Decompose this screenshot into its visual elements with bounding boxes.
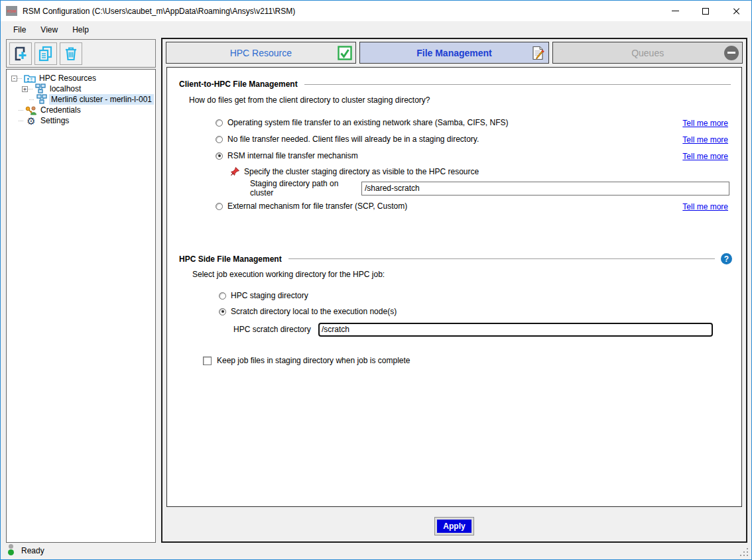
staging-directory-label: Staging directory path on cluster: [250, 179, 361, 197]
hpc-side-question: Select job execution working directory f…: [192, 270, 385, 279]
add-configuration-button[interactable]: [9, 42, 32, 65]
keep-files-checkbox[interactable]: [203, 357, 212, 365]
settings-gear-icon: ⚙: [25, 115, 37, 126]
credentials-key-user-icon: [25, 105, 37, 115]
tree-item-merlin6-cluster[interactable]: Merlin6 cluster - merlin-l-001: [22, 94, 155, 105]
scratch-directory-row: HPC scratch directory: [233, 322, 713, 337]
pushpin-icon: [230, 166, 240, 176]
menu-file[interactable]: File: [6, 23, 33, 37]
duplicate-icon: [37, 45, 54, 62]
tab-label: HPC Resource: [230, 48, 292, 58]
tell-me-more-link-1[interactable]: Tell me more: [682, 119, 728, 128]
green-check-icon: [338, 46, 352, 60]
tell-me-more-link-4[interactable]: Tell me more: [682, 202, 728, 211]
radio-label: Scratch directory local to the execution…: [231, 307, 397, 316]
radio-label: No file transfer needed. Client files wi…: [227, 135, 479, 144]
tab-queues: Queues: [552, 42, 743, 64]
section-hpc-side: HPC Side File Management ?: [179, 253, 732, 264]
section-heading: Client-to-HPC File Management: [179, 80, 298, 89]
title-bar: RSM RSM Configuration (C:\Users\caubet_m…: [1, 1, 751, 21]
window-controls: [660, 1, 751, 21]
pin-note-row: Specify the cluster staging directory as…: [230, 166, 479, 176]
minimize-button[interactable]: [660, 1, 690, 21]
maximize-icon: [702, 8, 709, 15]
tree-label-selected: Merlin6 cluster - merlin-l-001: [49, 94, 154, 105]
menu-help[interactable]: Help: [65, 23, 96, 37]
radio-button-selected[interactable]: [216, 152, 223, 160]
tab-label: File Management: [416, 48, 492, 58]
expand-expander[interactable]: +: [22, 86, 28, 92]
checkbox-label: Keep job files in staging directory when…: [217, 356, 410, 365]
staging-directory-input[interactable]: [361, 182, 729, 196]
tab-hpc-resource[interactable]: HPC Resource: [166, 42, 356, 64]
radio-label: Operating system file transfer to an exi…: [227, 118, 509, 127]
radio-label: External mechanism for file transfer (SC…: [227, 201, 407, 211]
section-rule: [288, 258, 715, 259]
radio-button[interactable]: [216, 119, 223, 127]
cluster-icon: [34, 84, 46, 94]
radio-button[interactable]: [216, 203, 223, 210]
scratch-directory-label: HPC scratch directory: [233, 325, 318, 334]
radio-label: HPC staging directory: [231, 291, 308, 300]
tell-me-more-link-2[interactable]: Tell me more: [682, 135, 728, 144]
status-indicator-green-dot: [8, 549, 14, 555]
radio-scratch-local: Scratch directory local to the execution…: [219, 307, 397, 316]
radio-button[interactable]: [216, 136, 223, 143]
configuration-panel: HPC Resource File Management: [161, 38, 747, 543]
tree-item-credentials[interactable]: Credentials: [11, 105, 155, 115]
tree-item-settings[interactable]: ⚙ Settings: [11, 115, 155, 126]
resize-grip-icon[interactable]: [747, 555, 749, 557]
section-client-to-hpc: Client-to-HPC File Management: [179, 80, 731, 89]
delete-configuration-button[interactable]: [60, 42, 82, 65]
configuration-tree: - HPC Resources +: [6, 69, 156, 543]
menu-view[interactable]: View: [33, 23, 65, 37]
status-text: Ready: [21, 546, 44, 555]
keep-files-row: Keep job files in staging directory when…: [203, 356, 410, 365]
apply-button[interactable]: Apply: [434, 517, 474, 535]
trash-icon: [62, 45, 80, 62]
file-management-form: Client-to-HPC File Management How do fil…: [166, 67, 742, 507]
tree-label: HPC Resources: [37, 73, 98, 84]
tab-bar: HPC Resource File Management: [166, 42, 743, 64]
status-indicator-gray-dot: [9, 544, 13, 549]
tab-label: Queues: [631, 48, 664, 58]
rsm-configuration-window: RSM RSM Configuration (C:\Users\caubet_m…: [0, 0, 752, 560]
help-question-icon[interactable]: ?: [721, 253, 732, 264]
radio-os-file-transfer: Operating system file transfer to an exi…: [216, 118, 665, 127]
tree-item-hpc-resources[interactable]: - HPC Resources: [11, 73, 155, 84]
edit-document-icon: [531, 46, 545, 60]
section-rule: [304, 84, 731, 85]
disabled-minus-icon: [724, 46, 739, 60]
pin-note-text: Specify the cluster staging directory as…: [244, 167, 479, 176]
tree-label: Credentials: [38, 105, 83, 115]
radio-hpc-staging: HPC staging directory: [219, 291, 308, 300]
add-icon: [12, 45, 29, 62]
radio-button-selected[interactable]: [219, 308, 226, 315]
client-question: How do files get from the client directo…: [189, 95, 430, 105]
tree-item-localhost[interactable]: + localhost: [22, 84, 155, 94]
radio-no-transfer: No file transfer needed. Client files wi…: [216, 135, 665, 144]
status-bar: Ready: [1, 543, 751, 559]
radio-label: RSM internal file transfer mechanism: [227, 151, 358, 160]
configuration-toolbar: [6, 39, 156, 68]
radio-button[interactable]: [219, 292, 226, 300]
close-button[interactable]: [721, 1, 751, 21]
section-heading: HPC Side File Management: [179, 254, 282, 264]
tab-file-management[interactable]: File Management: [359, 42, 550, 64]
rsm-app-icon: RSM: [6, 6, 17, 16]
hpc-scratch-directory-input[interactable]: [318, 323, 713, 337]
menu-bar: File View Help: [1, 21, 751, 38]
radio-external-mechanism: External mechanism for file transfer (SC…: [216, 201, 665, 211]
tree-label: localhost: [48, 84, 83, 94]
close-icon: [732, 7, 740, 15]
duplicate-configuration-button[interactable]: [34, 42, 57, 65]
staging-directory-row: Staging directory path on cluster: [250, 181, 729, 196]
minimize-icon: [672, 11, 679, 11]
collapse-expander[interactable]: -: [11, 76, 17, 82]
radio-rsm-internal: RSM internal file transfer mechanism: [216, 151, 665, 160]
window-title: RSM Configuration (C:\Users\caubet_m\App…: [23, 7, 295, 16]
cluster-icon: [36, 94, 48, 105]
maximize-button[interactable]: [690, 1, 721, 21]
tree-label: Settings: [38, 115, 71, 126]
tell-me-more-link-3[interactable]: Tell me more: [682, 152, 728, 161]
